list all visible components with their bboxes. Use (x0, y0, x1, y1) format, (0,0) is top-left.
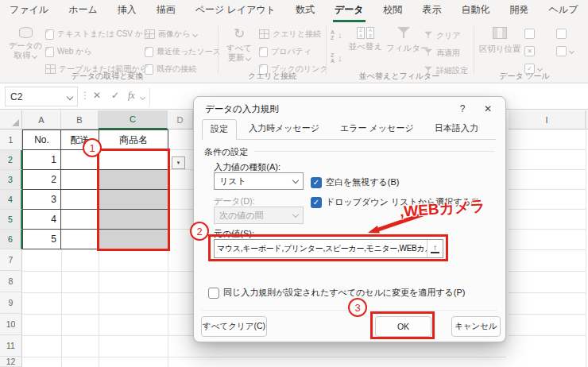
dialog-close-button[interactable]: ✕ (478, 101, 497, 117)
queries-icon (259, 29, 269, 39)
sort-descending-button[interactable]: ZA ↓ (331, 52, 342, 64)
properties-button[interactable]: プロパティ (259, 46, 311, 57)
cell-c1[interactable]: 商品名 (99, 129, 168, 150)
gridline (61, 249, 62, 367)
cell-b4[interactable] (60, 189, 99, 210)
dialog-tab-error-alert[interactable]: エラー メッセージ (331, 118, 423, 139)
from-text-csv-button[interactable]: テキストまたは CSV から (45, 29, 151, 40)
cell-c5[interactable] (99, 209, 168, 230)
tab-home[interactable]: ホーム (67, 3, 99, 22)
gridline (586, 110, 586, 367)
tab-data[interactable]: データ (333, 3, 366, 22)
source-input[interactable]: マウス,キーボード,プリンター,スピーカー,モニター,WEBカメラ ↑ (214, 239, 443, 258)
gridline (509, 271, 586, 272)
row-header-5[interactable]: 5 (0, 210, 22, 230)
filter-button[interactable]: フィルター (386, 27, 421, 52)
cancel-entry-icon[interactable]: ✕ (93, 90, 101, 101)
from-web-button[interactable]: Web から (45, 46, 92, 57)
consolidate-button[interactable] (556, 29, 567, 39)
tab-review[interactable]: 校閲 (382, 3, 404, 22)
tab-draw[interactable]: 描画 (155, 3, 177, 22)
apply-all-checkbox[interactable]: 同じ入力規則が設定されたすべてのセルに変更を適用する(P) (208, 287, 466, 299)
col-header-a[interactable]: A (22, 110, 61, 129)
cell-b5[interactable] (60, 209, 99, 230)
cell-a3[interactable]: 2 (22, 169, 61, 190)
row-header-2[interactable]: 2 (0, 150, 22, 170)
dialog-tab-input-message[interactable]: 入力時メッセージ (240, 118, 328, 139)
col-header-d[interactable]: D (168, 110, 193, 129)
dialog-tab-settings[interactable]: 設定 (202, 119, 237, 140)
sort-dialog-icon: ZA AZ (347, 27, 384, 39)
cell-a5[interactable]: 4 (22, 209, 61, 230)
row-header-3[interactable]: 3 (0, 170, 22, 190)
tab-help[interactable]: ヘルプ (547, 3, 580, 22)
data-select-disabled: 次の値の間 (214, 207, 304, 224)
tab-page-layout[interactable]: ページ レイアウト (194, 3, 277, 22)
dialog-tab-ime[interactable]: 日本語入力 (426, 118, 487, 139)
cell-c2-active[interactable] (99, 149, 168, 170)
row-header-7[interactable]: 7 (0, 249, 22, 271)
row-header-11[interactable]: 11 (0, 335, 22, 357)
cell-b3[interactable] (60, 169, 99, 190)
tab-automate[interactable]: 自動化 (460, 3, 492, 22)
ok-button[interactable]: OK (375, 316, 431, 337)
insert-function-icon[interactable]: fx (128, 90, 135, 102)
refresh-all-button[interactable]: ↻ すべて 更新 (222, 27, 256, 62)
cell-a4[interactable]: 3 (22, 189, 61, 210)
from-picture-button[interactable]: 画像から (145, 29, 197, 40)
confirm-entry-icon[interactable]: ✓ (111, 90, 119, 101)
reapply-filter-button[interactable]: 再適用 (424, 47, 460, 59)
cell-c4[interactable] (99, 189, 168, 210)
flash-fill-button[interactable] (524, 29, 535, 39)
data-label: データ(D): (214, 195, 255, 207)
col-header-c[interactable]: C (99, 110, 168, 129)
text-to-columns-button[interactable]: 区切り位置 (478, 27, 521, 53)
database-icon (19, 27, 33, 38)
tab-view[interactable]: 表示 (421, 3, 443, 22)
cell-a6[interactable]: 5 (22, 229, 61, 249)
cell-b2[interactable] (60, 149, 99, 170)
cancel-button[interactable]: キャンセル (451, 316, 501, 337)
gridline (509, 292, 586, 293)
allow-select[interactable]: リスト (214, 172, 304, 190)
row-header-6[interactable]: 6 (0, 230, 22, 249)
col-header-i[interactable]: I (509, 110, 586, 129)
get-data-label-1: データの (6, 41, 44, 50)
tab-file[interactable]: ファイル (8, 3, 50, 22)
sort-ascending-button[interactable]: AZ ↓ (331, 29, 342, 41)
tab-developer[interactable]: 開発 (509, 3, 531, 22)
cell-a1[interactable]: No. (22, 129, 61, 150)
cell-c6[interactable] (99, 229, 168, 249)
tab-insert[interactable]: 挿入 (116, 3, 138, 22)
row-header-12[interactable]: 12 (0, 357, 22, 367)
get-data-button[interactable]: データの 取得 (6, 27, 44, 60)
tab-formulas[interactable]: 数式 (294, 3, 316, 22)
cell-b1[interactable]: 配送 (60, 129, 99, 150)
recent-sources-button[interactable]: 最近使ったソース (145, 46, 221, 57)
row-header-10[interactable]: 10 (0, 314, 22, 335)
queries-connections-button[interactable]: クエリと接続 (259, 29, 321, 40)
in-cell-dropdown-checkbox[interactable]: ✓ ドロップダウン リストから選択する(I) (311, 196, 479, 208)
gridline (509, 314, 586, 315)
cell-b6[interactable] (60, 229, 99, 249)
chevron-down-icon (67, 93, 73, 99)
row-header-9[interactable]: 9 (0, 292, 22, 314)
clear-all-button[interactable]: すべてクリア(C) (201, 316, 267, 337)
name-box[interactable]: C2 (5, 87, 78, 106)
chevron-down-icon (292, 211, 299, 217)
sort-button[interactable]: ZA AZ 並べ替え (347, 27, 384, 51)
select-all-corner[interactable] (0, 110, 22, 129)
ignore-blank-checkbox[interactable]: ✓ 空白を無視する(B) (311, 176, 399, 188)
validation-dropdown-button[interactable]: ▼ (172, 156, 185, 169)
cell-a2[interactable]: 1 (22, 149, 61, 170)
row-header-4[interactable]: 4 (0, 190, 22, 210)
row-header-8[interactable]: 8 (0, 271, 22, 292)
dialog-help-button[interactable]: ? (453, 101, 472, 117)
data-model-button[interactable] (556, 46, 574, 56)
col-header-b[interactable]: B (61, 110, 99, 129)
row-header-1[interactable]: 1 (0, 129, 22, 150)
clear-filter-button[interactable]: クリア (424, 29, 461, 41)
collapse-dialog-button[interactable]: ↑ (427, 240, 443, 257)
remove-duplicates-button[interactable]: ✕ (524, 46, 535, 56)
cell-c3[interactable] (99, 169, 168, 190)
